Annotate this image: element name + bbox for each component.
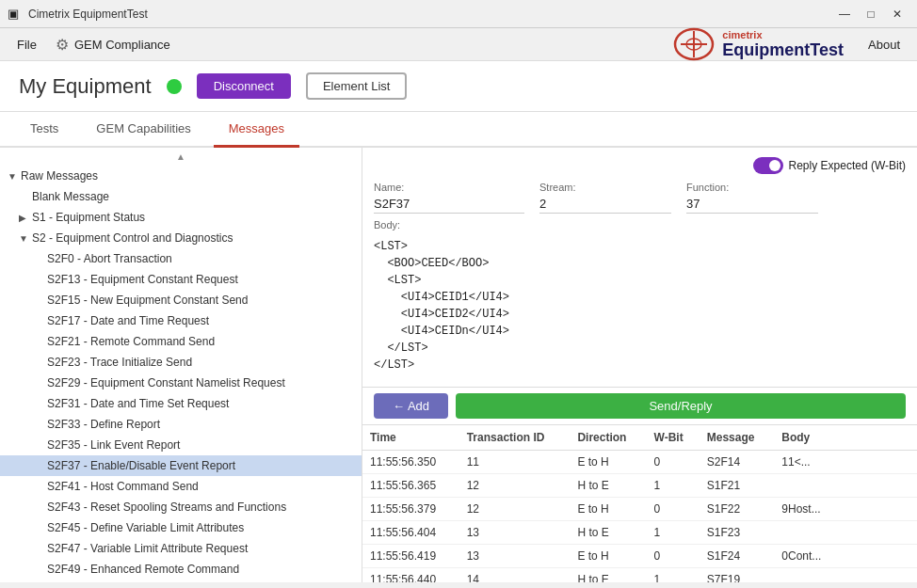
- cell-wbit: 0: [647, 545, 700, 568]
- sidebar-item-blank[interactable]: Blank Message: [0, 186, 362, 207]
- gem-menu-label: GEM Compliance: [74, 38, 170, 52]
- table-row[interactable]: 11:55:56.440 14 H to E 1 S7F19: [362, 568, 917, 583]
- cell-body: 9Host...: [774, 498, 917, 521]
- table-row[interactable]: 11:55:56.350 11 E to H 0 S2F14 11<...: [362, 451, 917, 474]
- table-row[interactable]: 11:55:56.404 13 H to E 1 S1F23: [362, 521, 917, 545]
- tab-bar: Tests GEM Capabilities Messages: [0, 112, 917, 148]
- about-button[interactable]: About: [859, 34, 909, 56]
- cell-msg: S7F19: [700, 568, 775, 583]
- message-table-wrapper: Time Transaction ID Direction W-Bit Mess…: [362, 425, 917, 582]
- col-msg: Message: [700, 425, 775, 451]
- sidebar-item-s2f45[interactable]: S2F45 - Define Variable Limit Attributes: [0, 517, 362, 538]
- sidebar-item-s2f17[interactable]: S2F17 - Date and Time Request: [0, 310, 362, 331]
- chevron-icon: [19, 213, 32, 223]
- maximize-button[interactable]: □: [859, 5, 883, 24]
- sidebar-item-s2f15[interactable]: S2F15 - New Equipment Constant Send: [0, 290, 362, 310]
- sidebar-item-s2f29[interactable]: S2F29 - Equipment Constant Namelist Requ…: [0, 373, 362, 393]
- cell-txid: 12: [459, 498, 571, 521]
- sidebar-item-s2f33[interactable]: S2F33 - Define Report: [0, 414, 362, 435]
- cell-dir: E to H: [570, 451, 646, 474]
- sidebar-item-s2f21[interactable]: S2F21 - Remote Command Send: [0, 331, 362, 352]
- sidebar: ▲ Raw Messages Blank Message S1 - Equipm…: [0, 148, 362, 582]
- message-table: Time Transaction ID Direction W-Bit Mess…: [362, 425, 917, 582]
- sidebar-item-s2f37[interactable]: S2F37 - Enable/Disable Event Report: [0, 455, 362, 476]
- sidebar-item-s2f0[interactable]: S2F0 - Abort Transaction: [0, 248, 362, 269]
- cell-dir: H to E: [570, 568, 646, 583]
- stream-label: Stream:: [539, 182, 671, 193]
- action-row: ← Add Send/Reply: [362, 388, 917, 425]
- table-row[interactable]: 11:55:56.379 12 E to H 0 S1F22 9Host...: [362, 498, 917, 521]
- tab-gem[interactable]: GEM Capabilities: [81, 112, 205, 148]
- sidebar-item-raw[interactable]: Raw Messages: [0, 166, 362, 186]
- tab-tests[interactable]: Tests: [15, 112, 73, 148]
- cell-msg: S1F21: [700, 474, 775, 498]
- cell-dir: H to E: [570, 474, 646, 498]
- sidebar-item-s2f47[interactable]: S2F47 - Variable Limit Attribute Request: [0, 538, 362, 559]
- cell-txid: 13: [459, 545, 571, 568]
- cell-body: 0Cont...: [774, 545, 917, 568]
- function-input[interactable]: [686, 195, 818, 214]
- window-controls: — □ ✕: [832, 5, 909, 24]
- col-dir: Direction: [570, 425, 646, 451]
- main-layout: ▲ Raw Messages Blank Message S1 - Equipm…: [0, 148, 917, 582]
- chevron-icon: [19, 233, 32, 244]
- close-button[interactable]: ✕: [885, 5, 909, 24]
- col-wbit: W-Bit: [647, 425, 700, 451]
- name-field: Name:: [374, 182, 524, 214]
- disconnect-button[interactable]: Disconnect: [197, 73, 291, 99]
- sidebar-item-s2f31[interactable]: S2F31 - Date and Time Set Request: [0, 393, 362, 414]
- sidebar-item-s2f49[interactable]: S2F49 - Enhanced Remote Command: [0, 559, 362, 580]
- sidebar-item-s2f35[interactable]: S2F35 - Link Event Report: [0, 435, 362, 455]
- cell-wbit: 1: [647, 568, 700, 583]
- sidebar-item-s1[interactable]: S1 - Equipment Status: [0, 207, 362, 228]
- sidebar-item-s2f41[interactable]: S2F41 - Host Command Send: [0, 476, 362, 497]
- content-panel: Reply Expected (W-Bit) Name: Stream: Fun…: [362, 148, 917, 582]
- col-body: Body: [774, 425, 917, 451]
- stream-input[interactable]: [539, 195, 671, 214]
- name-input[interactable]: [374, 195, 524, 214]
- sidebar-item-s2[interactable]: S2 - Equipment Control and Diagnostics: [0, 228, 362, 248]
- table-row[interactable]: 11:55:56.365 12 H to E 1 S1F21: [362, 474, 917, 498]
- cell-msg: S2F14: [700, 451, 775, 474]
- reply-toggle[interactable]: Reply Expected (W-Bit): [753, 157, 906, 174]
- app-title: Cimetrix EquipmentTest: [28, 8, 832, 21]
- cell-body: [774, 568, 917, 583]
- cell-dir: E to H: [570, 545, 646, 568]
- cell-time: 11:55:56.440: [362, 568, 459, 583]
- cell-time: 11:55:56.379: [362, 498, 459, 521]
- cell-time: 11:55:56.365: [362, 474, 459, 498]
- cell-wbit: 1: [647, 474, 700, 498]
- send-reply-button[interactable]: Send/Reply: [456, 393, 906, 419]
- cell-time: 11:55:56.419: [362, 545, 459, 568]
- logo-text: cimetrix EquipmentTest: [722, 29, 844, 60]
- cell-dir: H to E: [570, 521, 646, 545]
- function-field: Function:: [686, 182, 818, 214]
- gem-icon: ⚙: [56, 36, 69, 54]
- gem-menu[interactable]: ⚙ GEM Compliance: [46, 32, 180, 57]
- table-row[interactable]: 11:55:56.419 13 E to H 0 S1F24 0Cont...: [362, 545, 917, 568]
- file-menu[interactable]: File: [8, 34, 46, 56]
- sidebar-item-s2f43[interactable]: S2F43 - Reset Spooling Streams and Funct…: [0, 497, 362, 517]
- sidebar-item-s2f23[interactable]: S2F23 - Trace Initialize Send: [0, 352, 362, 373]
- equipment-title: My Equipment: [19, 74, 152, 99]
- sidebar-item-s3[interactable]: S3 - Materials Status: [0, 580, 362, 582]
- scroll-up-arrow[interactable]: ▲: [0, 148, 362, 166]
- col-txid: Transaction ID: [459, 425, 571, 451]
- cell-msg: S1F24: [700, 545, 775, 568]
- tab-messages[interactable]: Messages: [214, 112, 299, 148]
- body-text: <LST> <BOO>CEED</BOO> <LST> <UI4>CEID1</…: [374, 234, 906, 377]
- table-header-row: Time Transaction ID Direction W-Bit Mess…: [362, 425, 917, 451]
- body-section: Body: <LST> <BOO>CEED</BOO> <LST> <UI4>C…: [374, 219, 906, 377]
- minimize-button[interactable]: —: [832, 5, 857, 24]
- reply-toggle-switch[interactable]: [753, 157, 783, 174]
- app-icon: ▣: [8, 7, 23, 22]
- cell-time: 11:55:56.350: [362, 451, 459, 474]
- sidebar-item-s2f13[interactable]: S2F13 - Equipment Constant Request: [0, 269, 362, 290]
- add-button[interactable]: ← Add: [374, 393, 448, 419]
- cell-wbit: 0: [647, 498, 700, 521]
- cell-txid: 14: [459, 568, 571, 583]
- element-list-button[interactable]: Element List: [306, 72, 408, 100]
- form-row-fields: Name: Stream: Function:: [374, 182, 906, 214]
- logo-icon: [673, 27, 715, 61]
- titlebar: ▣ Cimetrix EquipmentTest — □ ✕: [0, 0, 917, 28]
